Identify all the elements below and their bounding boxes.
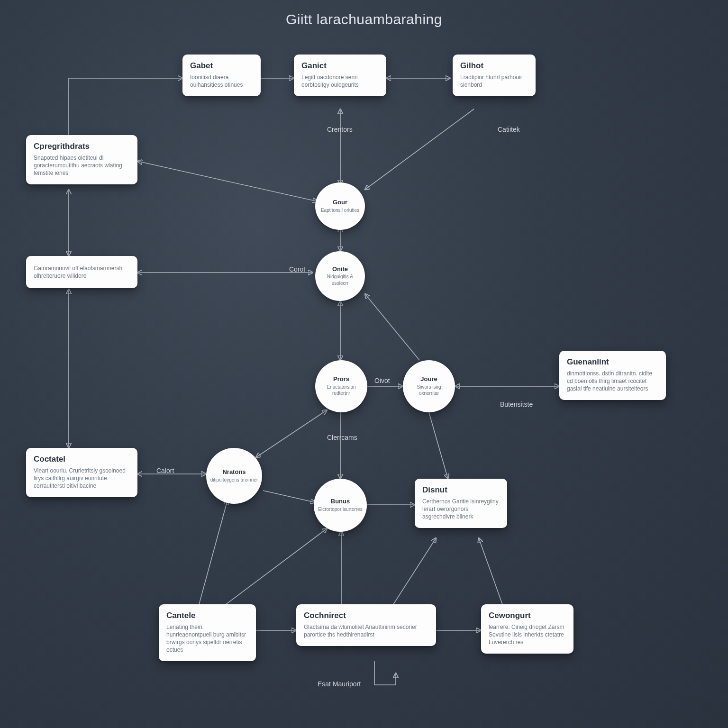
svg-line-19 (223, 528, 327, 607)
node-body: Nidguigitis & esolecrr (319, 273, 361, 286)
node-body: dinmottionss. dstin ditranitn. cidlte cd… (567, 370, 658, 393)
svg-line-25 (479, 538, 502, 604)
node-cevorgut[interactable]: Cewongurt learrere. Cineig drioget Zarsm… (481, 604, 573, 654)
node-title: Cewongurt (489, 611, 566, 620)
node-title: Guenanlint (567, 357, 658, 367)
node-prors[interactable]: Prors Enactatorsian redtertnr (315, 360, 367, 412)
node-body: Eaptitonsil oriuties (321, 207, 359, 214)
svg-line-20 (199, 500, 228, 604)
node-body: Legitt oacdonore senri eorbtositgy ouleg… (301, 73, 379, 89)
svg-line-11 (365, 294, 419, 360)
node-title: Gilhot (460, 61, 528, 71)
node-title: Joure (420, 376, 437, 383)
node-body: ditipoltoygens aroinner (210, 477, 258, 483)
diagram-title: Giitt larachuambarahing (0, 11, 728, 27)
node-title: Coctatel (34, 455, 130, 464)
node-title: Onite (332, 266, 348, 273)
node-title: Disnut (422, 485, 500, 495)
node-body: learrere. Cineig drioget Zarsm Sovutine … (489, 623, 566, 646)
node-body: Certhernos Garitie lsinreygiiny lerart o… (422, 498, 500, 521)
svg-line-22 (393, 538, 436, 604)
node-body: Eicrortopor isurtorres (318, 506, 362, 513)
node-title: Cantele (166, 611, 248, 620)
svg-line-14 (256, 410, 327, 457)
node-title: Cpregrithdrats (34, 142, 130, 151)
node-body: Siivors isirg oxnerritar (407, 384, 451, 397)
edge-label-catiitek: Catiitek (498, 126, 520, 133)
node-joure[interactable]: Joure Siivors isirg oxnerritar (403, 360, 455, 412)
svg-line-4 (137, 161, 318, 201)
edge-label-corot: Corot (289, 265, 305, 273)
node-cpregithdrats[interactable]: Cpregrithdrats Snapoted hipaes oletiteui… (26, 135, 137, 184)
svg-line-16 (263, 491, 315, 502)
node-body: Enactatorsian redtertnr (319, 384, 364, 397)
node-title: Ganict (301, 61, 379, 71)
node-ganict[interactable]: Ganict Legitt oacdonore senri eorbtositg… (294, 55, 386, 96)
node-bunus[interactable]: Bunus Eicrortopor isurtorres (314, 479, 367, 532)
node-gilhot[interactable]: Gilhot Lradtipior htunrl parhouir sienbo… (453, 55, 536, 96)
node-gour[interactable]: Gour Eaptitonsil oriuties (315, 182, 365, 230)
node-gcompound[interactable]: Gatnramnuovil off elaotsmarnnersh olhrel… (26, 256, 137, 288)
edge-label-oivot: Oivot (374, 377, 390, 384)
node-body: Gatnramnuovil off elaotsmarnnersh olhrel… (34, 264, 130, 280)
node-title: Cochnirect (304, 611, 428, 620)
node-title: Bunus (331, 498, 350, 505)
node-title: Nratons (222, 469, 246, 476)
node-cochinnct[interactable]: Cochnirect Glactsima da wlumolitet Anaut… (296, 604, 436, 646)
edge-label-calort: Calort (156, 467, 174, 474)
edge-label-butensitste: Butensitste (500, 400, 533, 408)
node-disnut[interactable]: Disnut Certhernos Garitie lsinreygiiny l… (415, 479, 507, 528)
node-title: Gour (333, 199, 347, 206)
svg-line-18 (429, 412, 448, 479)
node-body: Ioonitisd diaera oulhansitiess otinues (190, 73, 253, 89)
node-body: Leriating thein. hunrieaenontpuell burg … (166, 623, 248, 654)
edge-label-crentors: Crentors (327, 126, 353, 133)
node-title: Gabet (190, 61, 253, 71)
node-coctatel[interactable]: Coctatel Vieart oouriu. Crurietritsly gs… (26, 448, 137, 497)
node-title: Prors (333, 376, 349, 383)
edge-label-clerrcams: Clerrcams (327, 434, 357, 441)
edge-label-esat-mauriport: Esat Mauriport (318, 680, 361, 688)
node-body: Glactsima da wlumolitet Anauttininm seco… (304, 623, 428, 638)
node-nratons[interactable]: Nratons ditipoltoygens aroinner (206, 448, 262, 504)
node-gabet[interactable]: Gabet Ioonitisd diaera oulhansitiess oti… (182, 55, 261, 96)
node-body: Snapoted hipaes oletiteui dl goracterumo… (34, 154, 130, 177)
svg-line-3 (365, 109, 474, 190)
node-cantele[interactable]: Cantele Leriating thein. hunrieaenontpue… (159, 604, 256, 661)
node-onite[interactable]: Onite Nidguigitis & esolecrr (315, 251, 365, 301)
node-guenanlint[interactable]: Guenanlint dinmottionss. dstin ditranitn… (559, 351, 666, 400)
node-body: Vieart oouriu. Crurietritsly gsooinoed l… (34, 467, 130, 490)
node-body: Lradtipior htunrl parhouir sienbord (460, 73, 528, 89)
